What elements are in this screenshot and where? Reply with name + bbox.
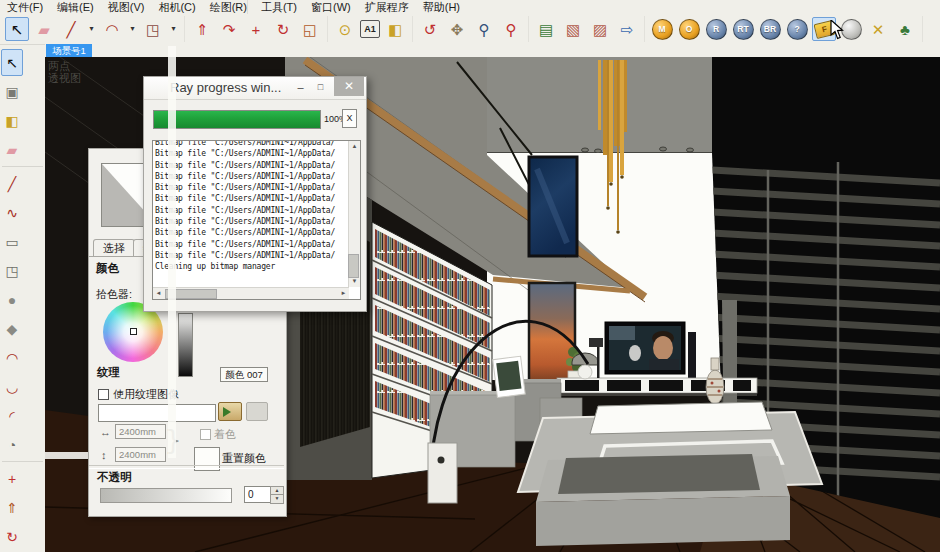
paint-bucket-tool-icon[interactable]: ◧ [383, 17, 407, 41]
push-pull-tool-icon[interactable]: ⇑ [190, 17, 214, 41]
stop-button[interactable]: X [342, 109, 357, 128]
toolbar-separator [2, 166, 43, 167]
rotated-rectangle-tool[interactable]: ◳ [1, 257, 23, 284]
vray-render-icon[interactable]: R [704, 17, 728, 41]
group-principal: ↖▰╱▾◠▾◳▾ [0, 16, 185, 42]
menu-help[interactable]: 帮助(H) [416, 0, 467, 14]
group-construction: ⊙A1◧ [328, 16, 413, 42]
photo-edit-icon[interactable]: ▨ [588, 17, 612, 41]
color-wheel-marker[interactable] [130, 328, 137, 335]
arc-tool-icon[interactable]: ◠ [100, 17, 124, 41]
line-tool-icon[interactable]: ╱ [59, 17, 83, 41]
arc-tool[interactable]: ◠ [1, 344, 23, 371]
opacity-spinner: ▲ ▼ [270, 486, 282, 503]
vray-rt-render-icon[interactable]: RT [731, 17, 755, 41]
rectangle-tool[interactable]: ▭ [1, 228, 23, 255]
rotate-tool[interactable]: ↻ [1, 523, 23, 550]
match-photo-icon[interactable]: ▤ [534, 17, 558, 41]
minimize-icon[interactable]: – [292, 80, 309, 95]
scroll-down-icon[interactable]: ▼ [349, 276, 360, 287]
vray-options-icon-glyph: O [679, 19, 700, 40]
opacity-section-label: 不透明 [97, 470, 132, 485]
vray-options-icon[interactable]: O [677, 17, 701, 41]
opacity-value-field[interactable]: 0 [244, 486, 273, 503]
scroll-up-icon[interactable]: ▲ [349, 141, 360, 152]
texture-path-input[interactable] [98, 404, 216, 422]
eraser-tool-icon[interactable]: ▰ [32, 17, 56, 41]
spinner-down-icon[interactable]: ▼ [270, 494, 284, 504]
pan-tool-icon[interactable]: ✥ [445, 17, 469, 41]
group-views: ▤▧▨⇨ [529, 16, 645, 42]
left-toolbar: ↖▣◧▰╱∿▭◳●◆◠◡◜◔+⇑↻↷◱◎⊙↔◗A1✳▲↺✥⚲⚲⚲↶♙◉ [0, 45, 45, 552]
material-name-field[interactable]: 颜色 007 [220, 367, 268, 382]
arc-tool-caret-icon[interactable]: ▾ [127, 17, 138, 41]
make-component-tool[interactable]: ▣ [1, 78, 23, 105]
menu-extensions[interactable]: 扩展程序 [358, 0, 416, 14]
vertical-scroll-thumb[interactable] [348, 254, 359, 278]
line-tool-caret-icon[interactable]: ▾ [86, 17, 97, 41]
vray-infinite-plane-icon[interactable]: ✕ [866, 17, 890, 41]
push-pull-tool[interactable]: ⇑ [1, 494, 23, 521]
ray-progress-window: Ray progress win... – □ ✕ 100% X Bitmap … [143, 76, 367, 312]
menu-camera[interactable]: 相机(C) [151, 0, 202, 14]
sketchup-window: 文件(F)编辑(E)视图(V)相机(C)绘图(R)工具(T)窗口(W)扩展程序帮… [0, 0, 940, 552]
move-tool[interactable]: + [1, 465, 23, 492]
menu-file[interactable]: 文件(F) [0, 0, 50, 14]
follow-me-tool-icon[interactable]: ↷ [217, 17, 241, 41]
circle-tool[interactable]: ● [1, 286, 23, 313]
tape-measure-tool-icon[interactable]: ⊙ [333, 17, 357, 41]
eraser-tool[interactable]: ▰ [1, 136, 23, 163]
photo-texture-icon[interactable]: ▧ [561, 17, 585, 41]
zoom-tool-icon[interactable]: ⚲ [472, 17, 496, 41]
texture-height-field[interactable]: 2400mm [115, 447, 166, 462]
scroll-left-icon[interactable]: ◄ [153, 288, 164, 299]
colorize-checkbox[interactable] [200, 429, 211, 440]
paint-bucket-tool[interactable]: ◧ [1, 107, 23, 134]
select-tool-icon[interactable]: ↖ [5, 17, 29, 41]
vray-material-editor-icon[interactable]: M [650, 17, 674, 41]
rotate-tool-icon[interactable]: ↻ [271, 17, 295, 41]
three-point-arc-tool[interactable]: ◜ [1, 402, 23, 429]
texture-width-field[interactable]: 2400mm [115, 424, 166, 439]
vray-batch-render-icon-glyph: BR [760, 19, 781, 40]
use-texture-checkbox[interactable] [98, 389, 109, 400]
maximize-icon[interactable]: □ [312, 80, 329, 95]
browse-texture-icon[interactable] [218, 402, 242, 421]
menu-tools[interactable]: 工具(T) [254, 0, 304, 14]
two-point-arc-tool[interactable]: ◡ [1, 373, 23, 400]
close-icon[interactable]: ✕ [334, 77, 364, 96]
vertical-scrollbar[interactable]: ▲ ▼ [348, 141, 360, 287]
vray-material-editor-icon-glyph: M [652, 19, 673, 40]
rectangle-tool-caret-icon[interactable]: ▾ [168, 17, 179, 41]
dimension-tool-icon[interactable]: A1 [360, 20, 380, 38]
vray-proxy-icon[interactable]: ♣ [893, 17, 917, 41]
menu-edit[interactable]: 编辑(E) [50, 0, 101, 14]
render-log[interactable]: Bitmap file "C:/Users/ADMINI~1/AppData/ … [152, 140, 361, 300]
value-slider[interactable] [178, 313, 193, 377]
progress-titlebar[interactable]: Ray progress win... – □ ✕ [144, 77, 366, 100]
scroll-right-icon[interactable]: ► [338, 288, 349, 299]
tab-select[interactable]: 选择 [93, 239, 135, 257]
menu-bar: 文件(F)编辑(E)视图(V)相机(C)绘图(R)工具(T)窗口(W)扩展程序帮… [0, 0, 940, 14]
freehand-tool[interactable]: ∿ [1, 199, 23, 226]
scene-tab-1[interactable]: 场景号1 [46, 44, 92, 57]
opacity-slider[interactable] [100, 488, 232, 503]
line-tool[interactable]: ╱ [1, 170, 23, 197]
orbit-tool-icon[interactable]: ↺ [418, 17, 442, 41]
menu-window[interactable]: 窗口(W) [304, 0, 358, 14]
picker-label: 拾色器: [96, 287, 132, 302]
polygon-tool[interactable]: ◆ [1, 315, 23, 342]
group-vray: MORRTBR?F✕♣ [645, 16, 923, 42]
move-tool-icon[interactable]: + [244, 17, 268, 41]
menu-view[interactable]: 视图(V) [101, 0, 152, 14]
vray-help-icon[interactable]: ? [785, 17, 809, 41]
rectangle-tool-icon[interactable]: ◳ [141, 17, 165, 41]
export-icon[interactable]: ⇨ [615, 17, 639, 41]
scale-tool-icon[interactable]: ◱ [298, 17, 322, 41]
horizontal-scrollbar[interactable]: ◄ ► [153, 287, 349, 299]
vray-rt-render-icon-glyph: RT [733, 19, 754, 40]
select-tool[interactable]: ↖ [1, 49, 23, 76]
vray-batch-render-icon[interactable]: BR [758, 17, 782, 41]
zoom-extents-tool-icon[interactable]: ⚲ [499, 17, 523, 41]
pie-tool[interactable]: ◔ [1, 431, 23, 458]
